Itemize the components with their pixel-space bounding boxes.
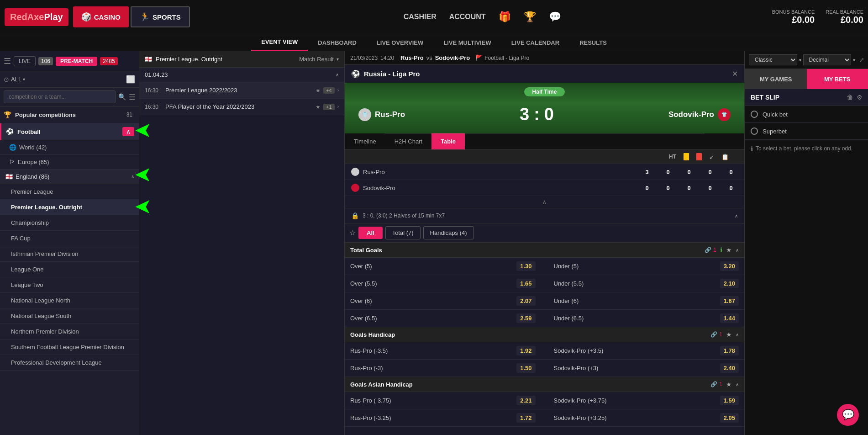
football-section-header[interactable]: ⚽ Football ∧ [0,123,139,140]
odds-value[interactable]: 2.10 [720,279,739,288]
odds-value[interactable]: 2.05 [720,413,739,423]
date-header[interactable]: 01.04.23 ∧ [139,68,344,82]
europe-item[interactable]: 🏳 Europe (65) [0,155,139,170]
odds-value[interactable]: 1.59 [720,396,739,405]
list-item[interactable]: FA Cup [0,231,139,246]
odds-value[interactable]: 2.40 [720,363,739,373]
main-area: ☰ LIVE 106 PRE-MATCH 2485 ⊙ ALL ▾ ⬜ 🔍 ☰ … [0,51,868,435]
live-button[interactable]: LIVE [14,56,36,66]
casino-button[interactable]: 🎲 CASINO [73,6,129,27]
odds-value[interactable]: 2.21 [516,396,535,405]
odds-value[interactable]: 2.07 [516,296,535,306]
market-collapse-icon[interactable]: ∧ [736,382,739,387]
tab-live-calendar[interactable]: LIVE CALENDAR [501,34,569,51]
table-row[interactable]: 16:30 Premier League 2022/2023 ★ +4 › [139,82,344,99]
star-icon[interactable]: ★ [316,104,321,110]
nav-center: CASHIER ACCOUNT 🎁 🏆 💬 [199,11,766,23]
prematch-button[interactable]: PRE-MATCH [56,57,97,66]
list-item[interactable]: Northern Premier Division [0,324,139,340]
team1-score-block: 👕 Rus-Pro [358,108,405,121]
close-icon[interactable]: ✕ [732,69,738,78]
all-filter-label[interactable]: ALL [11,76,21,83]
market-collapse-icon[interactable]: ∧ [736,332,739,337]
expand-view-icon[interactable]: ⤢ [859,56,864,64]
star-market-icon[interactable]: ★ [726,246,732,254]
score-info-chevron-icon[interactable]: ∧ [735,213,738,218]
my-games-button[interactable]: MY GAMES [745,69,807,89]
chat-icon[interactable]: 💬 [549,11,561,23]
star-market-icon[interactable]: ★ [726,381,732,388]
tab-event-view[interactable]: EVENT VIEW [251,34,308,51]
market-collapse-icon[interactable]: ∧ [736,248,739,253]
sports-button[interactable]: 🏃 SPORTS [131,6,190,27]
superbet-option[interactable]: Superbet [745,123,868,140]
table-row[interactable]: 16:30 PFA Player of the Year 2022/2023 ★… [139,99,344,115]
list-item[interactable]: Premier League. Outright [0,200,139,215]
my-bets-button[interactable]: MY BETS [807,69,868,89]
bookmark-icon[interactable]: ⬜ [126,75,135,84]
bet-slip-settings-icon[interactable]: ⚙ [857,94,863,101]
tab-results[interactable]: RESULTS [569,34,617,51]
score-center: 3 : 0 [520,105,554,124]
odds-value[interactable]: 1.67 [720,296,739,306]
odds-value[interactable]: 1.44 [720,313,739,323]
list-item[interactable]: League Two [0,277,139,293]
odds-value[interactable]: 3.20 [720,261,739,271]
list-item[interactable]: National League North [0,293,139,308]
team2-shirt-icon: 👕 [718,108,731,121]
cashier-link[interactable]: CASHIER [404,13,437,21]
bet-tab-handicaps[interactable]: Handicaps (4) [423,226,474,239]
odds-value[interactable]: 1.50 [516,363,535,373]
search-input[interactable] [4,90,116,103]
star-icon[interactable]: ★ [316,87,321,94]
sidebar-toggle-icon[interactable]: ☰ [4,56,11,66]
filter-options-icon[interactable]: ☰ [129,93,135,101]
tab-h2h[interactable]: H2H Chart [385,133,431,149]
bet-tab-total[interactable]: Total (7) [385,226,421,239]
list-item[interactable]: League One [0,262,139,277]
england-toggle-icon: ∧ [131,174,134,179]
info-icon[interactable]: ℹ [720,246,722,254]
account-link[interactable]: ACCOUNT [449,13,486,21]
bet-slip-delete-icon[interactable]: 🗑 [847,94,853,101]
filter-dropdown-icon[interactable]: ▾ [23,77,25,82]
odds-value[interactable]: 1.65 [516,279,535,288]
expand-button[interactable]: ∧ [345,196,744,208]
tab-table[interactable]: Table [431,133,465,149]
popular-competitions-section[interactable]: 🏆 Popular competitions 31 [0,106,139,123]
trophy-icon[interactable]: 🏆 [524,11,536,23]
world-item[interactable]: 🌐 World (42) [0,140,139,155]
view-decimal-select[interactable]: Decimal [803,54,852,65]
odds-value[interactable]: 1.72 [516,413,535,423]
gift-icon[interactable]: 🎁 [499,11,511,23]
date-chevron-icon[interactable]: ∧ [336,72,339,77]
england-header[interactable]: 🏴󠁧󠁢󠁥󠁮󠁧󠁿 England (86) ∧ [0,170,139,184]
star-market-icon[interactable]: ★ [726,331,732,338]
chat-bubble-button[interactable]: 💬 [837,404,859,426]
list-item[interactable]: Isthmian Premier Division [0,246,139,262]
football-collapse-btn[interactable]: ∧ [122,127,134,136]
superbet-label: Superbet [763,128,787,135]
stat-val: 0 [682,169,696,175]
bet-tab-all[interactable]: All [358,227,383,239]
search-icon[interactable]: 🔍 [118,93,126,101]
tab-dashboard[interactable]: DASHBOARD [308,34,367,51]
tab-live-multiview[interactable]: LIVE MULTIVIEW [433,34,501,51]
tab-live-overview[interactable]: LIVE OVERVIEW [367,34,433,51]
odds-row: Over (5) 1.30 Under (5) 3.20 [345,258,744,275]
odds-value[interactable]: 2.59 [516,313,535,323]
list-item[interactable]: Premier League [0,184,139,200]
odds-value[interactable]: 1.30 [516,261,535,271]
bet-star-icon[interactable]: ☆ [349,228,356,237]
odds-value[interactable]: 1.78 [720,346,739,355]
quick-bet-option[interactable]: Quick bet [745,106,868,123]
tab-timeline[interactable]: Timeline [345,133,385,149]
odds-value[interactable]: 1.92 [516,346,535,355]
stat-val: 3 [640,169,654,175]
list-item[interactable]: Championship [0,215,139,231]
list-item[interactable]: Southern Football League Premier Divisio… [0,340,139,355]
view-classic-select[interactable]: Classic [749,54,797,65]
list-item[interactable]: National League South [0,308,139,324]
logo[interactable]: RedAxePlay [5,8,68,26]
list-item[interactable]: Professional Development League [0,355,139,371]
